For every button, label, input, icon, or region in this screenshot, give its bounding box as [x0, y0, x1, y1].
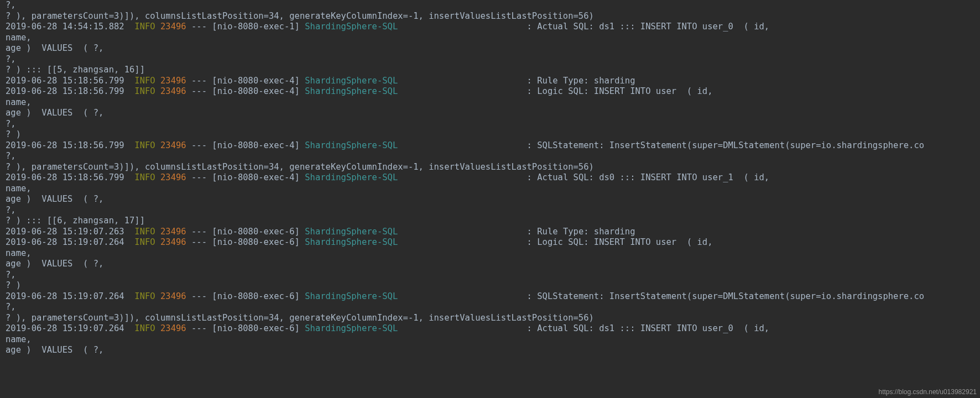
log-level: INFO	[134, 172, 155, 182]
log-line: ? ), parametersCount=3)]), columnsListLa…	[6, 162, 594, 172]
log-line: age ) VALUES ( ?,	[6, 108, 103, 118]
log-line: 2019-06-28 14:54:15.882 INFO 23496 --- […	[6, 22, 769, 32]
log-text: ? ) ::: [[5, zhangsan, 16]]	[6, 65, 145, 75]
log-text	[155, 237, 160, 247]
log-text: --- [nio-8080-exec-4]	[186, 76, 305, 86]
log-text: name,	[6, 184, 32, 193]
log-text: age ) VALUES ( ?,	[6, 259, 103, 269]
process-id: 23496	[160, 86, 186, 96]
log-line: ? )	[6, 129, 21, 139]
log-line: ?,	[6, 270, 16, 280]
log-line: name,	[6, 33, 32, 43]
process-id: 23496	[160, 323, 186, 333]
log-line: 2019-06-28 15:19:07.264 INFO 23496 --- […	[6, 323, 769, 333]
log-level: INFO	[134, 140, 155, 150]
log-text: 2019-06-28 15:18:56.799	[6, 76, 134, 86]
log-line: ? ), parametersCount=3)]), columnsListLa…	[6, 313, 594, 323]
log-text: : Logic SQL: INSERT INTO user ( id,	[398, 237, 712, 247]
log-text: 2019-06-28 15:18:56.799	[6, 172, 134, 182]
logger-name: ShardingSphere-SQL	[305, 323, 398, 333]
log-text: name,	[6, 334, 32, 344]
process-id: 23496	[160, 140, 186, 150]
log-line: 2019-06-28 15:18:56.799 INFO 23496 --- […	[6, 86, 713, 96]
log-text	[155, 140, 160, 150]
log-text: : Rule Type: sharding	[398, 76, 635, 86]
watermark-text: https://blog.csdn.net/u013982921	[879, 388, 977, 396]
log-line: name,	[6, 248, 32, 258]
log-text: : Actual SQL: ds1 ::: INSERT INTO user_0…	[398, 22, 769, 32]
log-line: age ) VALUES ( ?,	[6, 259, 103, 269]
log-level: INFO	[134, 323, 155, 333]
log-level: INFO	[134, 291, 155, 301]
logger-name: ShardingSphere-SQL	[305, 227, 398, 237]
log-line: 2019-06-28 15:18:56.799 INFO 23496 --- […	[6, 140, 924, 150]
log-output-console[interactable]: ?, ? ), parametersCount=3)]), columnsLis…	[0, 0, 980, 356]
log-text: name,	[6, 33, 32, 43]
log-line: ?,	[6, 119, 16, 129]
log-text	[155, 86, 160, 96]
log-level: INFO	[134, 227, 155, 237]
log-text: ?,	[6, 270, 16, 280]
log-line: ? ) ::: [[6, zhangsan, 17]]	[6, 216, 145, 226]
log-text: name,	[6, 97, 32, 107]
log-text: 2019-06-28 15:19:07.264	[6, 237, 134, 247]
log-line: ?,	[6, 54, 16, 64]
log-text: : Actual SQL: ds1 ::: INSERT INTO user_0…	[398, 323, 769, 333]
log-line: name,	[6, 334, 32, 344]
log-text	[155, 76, 160, 86]
process-id: 23496	[160, 22, 186, 32]
log-line: age ) VALUES ( ?,	[6, 43, 103, 53]
log-text: ?,	[6, 151, 16, 161]
log-text: : SQLStatement: InsertStatement(super=DM…	[398, 291, 924, 301]
log-text: ?,	[6, 54, 16, 64]
log-level: INFO	[134, 86, 155, 96]
log-text: ? ), parametersCount=3)]), columnsListLa…	[6, 162, 594, 172]
log-text	[155, 227, 160, 237]
log-text: 2019-06-28 15:18:56.799	[6, 86, 134, 96]
process-id: 23496	[160, 227, 186, 237]
log-level: INFO	[134, 237, 155, 247]
log-line: 2019-06-28 15:19:07.263 INFO 23496 --- […	[6, 227, 635, 237]
log-text: age ) VALUES ( ?,	[6, 345, 103, 355]
log-text: age ) VALUES ( ?,	[6, 194, 103, 204]
log-line: ? )	[6, 280, 21, 290]
log-text: --- [nio-8080-exec-1]	[186, 22, 305, 32]
log-text	[155, 172, 160, 182]
process-id: 23496	[160, 291, 186, 301]
log-text: : Rule Type: sharding	[398, 227, 635, 237]
log-text	[155, 323, 160, 333]
log-level: INFO	[134, 22, 155, 32]
log-text: --- [nio-8080-exec-4]	[186, 140, 305, 150]
log-line: ? ), parametersCount=3)]), columnsListLa…	[6, 11, 594, 21]
logger-name: ShardingSphere-SQL	[305, 22, 398, 32]
log-text: age ) VALUES ( ?,	[6, 108, 103, 118]
log-line: age ) VALUES ( ?,	[6, 194, 103, 204]
log-text: 2019-06-28 15:18:56.799	[6, 140, 134, 150]
log-line: 2019-06-28 15:18:56.799 INFO 23496 --- […	[6, 76, 635, 86]
log-text: 2019-06-28 15:19:07.263	[6, 227, 134, 237]
log-line: ?,	[6, 0, 16, 10]
log-text: : Actual SQL: ds0 ::: INSERT INTO user_1…	[398, 172, 769, 182]
process-id: 23496	[160, 172, 186, 182]
log-line: name,	[6, 97, 32, 107]
log-text: ? ) ::: [[6, zhangsan, 17]]	[6, 216, 145, 226]
log-line: name,	[6, 184, 32, 193]
log-text: ? )	[6, 129, 21, 139]
log-text: 2019-06-28 14:54:15.882	[6, 22, 134, 32]
logger-name: ShardingSphere-SQL	[305, 76, 398, 86]
log-text: ?,	[6, 0, 16, 10]
log-text: ? ), parametersCount=3)]), columnsListLa…	[6, 313, 594, 323]
log-text: ? )	[6, 280, 21, 290]
log-text: ?,	[6, 119, 16, 129]
log-text: --- [nio-8080-exec-6]	[186, 227, 305, 237]
logger-name: ShardingSphere-SQL	[305, 86, 398, 96]
process-id: 23496	[160, 237, 186, 247]
log-text: ?,	[6, 205, 16, 215]
log-level: INFO	[134, 76, 155, 86]
log-text: age ) VALUES ( ?,	[6, 43, 103, 53]
log-text: --- [nio-8080-exec-4]	[186, 86, 305, 96]
log-line: ?,	[6, 205, 16, 215]
log-text	[155, 22, 160, 32]
log-text: --- [nio-8080-exec-6]	[186, 291, 305, 301]
process-id: 23496	[160, 76, 186, 86]
